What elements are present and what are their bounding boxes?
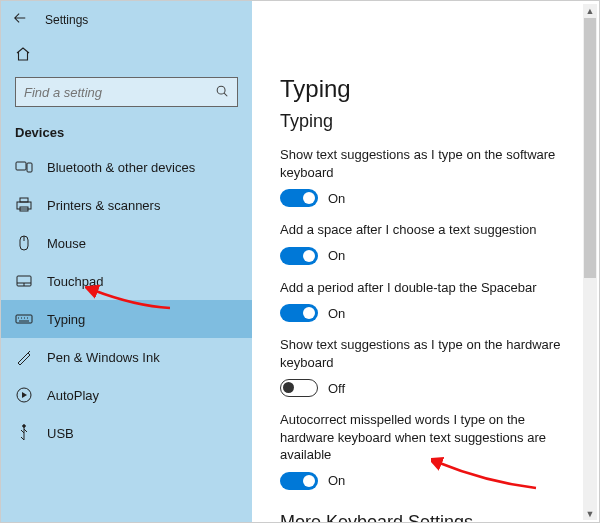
sidebar-item-label: Printers & scanners bbox=[47, 198, 160, 213]
back-icon[interactable] bbox=[13, 11, 27, 28]
search-field[interactable] bbox=[24, 85, 194, 100]
svg-rect-1 bbox=[16, 162, 26, 170]
scroll-up-icon[interactable]: ▲ bbox=[583, 4, 597, 17]
setting-label: Add a space after I choose a text sugges… bbox=[280, 221, 579, 239]
sidebar-item-label: Touchpad bbox=[47, 274, 103, 289]
autoplay-icon bbox=[15, 386, 33, 404]
page-title: Typing bbox=[280, 75, 579, 103]
svg-point-10 bbox=[23, 425, 26, 428]
scrollbar-thumb[interactable] bbox=[584, 18, 596, 278]
svg-rect-4 bbox=[20, 198, 28, 202]
main-content: Typing Typing Show text suggestions as I… bbox=[252, 1, 599, 522]
sidebar-item-typing[interactable]: Typing bbox=[1, 300, 252, 338]
sidebar-section-header: Devices bbox=[1, 111, 252, 148]
touchpad-icon bbox=[15, 272, 33, 290]
sidebar-item-pen[interactable]: Pen & Windows Ink bbox=[1, 338, 252, 376]
setting-row: Add a space after I choose a text sugges… bbox=[280, 221, 579, 265]
sidebar-item-autoplay[interactable]: AutoPlay bbox=[1, 376, 252, 414]
setting-row: Show text suggestions as I type on the h… bbox=[280, 336, 579, 397]
svg-rect-2 bbox=[27, 163, 32, 172]
sidebar-item-usb[interactable]: USB bbox=[1, 414, 252, 452]
search-icon bbox=[215, 84, 229, 101]
toggle-switch[interactable] bbox=[280, 189, 318, 207]
setting-row: Show text suggestions as I type on the s… bbox=[280, 146, 579, 207]
sidebar-item-label: Mouse bbox=[47, 236, 86, 251]
section-heading-typing: Typing bbox=[280, 111, 579, 132]
toggle-switch[interactable] bbox=[280, 304, 318, 322]
sidebar-item-label: Bluetooth & other devices bbox=[47, 160, 195, 175]
sidebar-item-label: Typing bbox=[47, 312, 85, 327]
svg-rect-3 bbox=[17, 202, 31, 209]
sidebar-item-printers[interactable]: Printers & scanners bbox=[1, 186, 252, 224]
keyboard-icon bbox=[15, 310, 33, 328]
svg-rect-8 bbox=[16, 315, 32, 323]
toggle-state: On bbox=[328, 191, 345, 206]
toggle-switch[interactable] bbox=[280, 379, 318, 397]
sidebar-item-label: USB bbox=[47, 426, 74, 441]
printer-icon bbox=[15, 196, 33, 214]
toggle-state: On bbox=[328, 248, 345, 263]
search-input[interactable] bbox=[15, 77, 238, 107]
svg-point-0 bbox=[217, 86, 225, 94]
sidebar-item-label: AutoPlay bbox=[47, 388, 99, 403]
home-icon[interactable] bbox=[15, 50, 31, 65]
toggle-state: Off bbox=[328, 381, 345, 396]
sidebar-nav: Bluetooth & other devices Printers & sca… bbox=[1, 148, 252, 452]
setting-label: Autocorrect misspelled words I type on t… bbox=[280, 411, 579, 464]
mouse-icon bbox=[15, 234, 33, 252]
devices-icon bbox=[15, 158, 33, 176]
scrollbar[interactable]: ▲ ▼ bbox=[583, 4, 597, 520]
setting-row: Add a period after I double-tap the Spac… bbox=[280, 279, 579, 323]
sidebar: Settings Devices bbox=[1, 1, 252, 522]
toggle-switch[interactable] bbox=[280, 472, 318, 490]
section-heading-more: More Keyboard Settings bbox=[280, 512, 579, 522]
setting-label: Show text suggestions as I type on the h… bbox=[280, 336, 579, 371]
toggle-switch[interactable] bbox=[280, 247, 318, 265]
window-title: Settings bbox=[45, 13, 88, 27]
setting-row: Autocorrect misspelled words I type on t… bbox=[280, 411, 579, 490]
sidebar-item-touchpad[interactable]: Touchpad bbox=[1, 262, 252, 300]
toggle-state: On bbox=[328, 473, 345, 488]
toggle-state: On bbox=[328, 306, 345, 321]
sidebar-item-bluetooth[interactable]: Bluetooth & other devices bbox=[1, 148, 252, 186]
sidebar-item-label: Pen & Windows Ink bbox=[47, 350, 160, 365]
setting-label: Add a period after I double-tap the Spac… bbox=[280, 279, 579, 297]
pen-icon bbox=[15, 348, 33, 366]
usb-icon bbox=[15, 424, 33, 442]
scroll-down-icon[interactable]: ▼ bbox=[583, 507, 597, 520]
setting-label: Show text suggestions as I type on the s… bbox=[280, 146, 579, 181]
sidebar-item-mouse[interactable]: Mouse bbox=[1, 224, 252, 262]
